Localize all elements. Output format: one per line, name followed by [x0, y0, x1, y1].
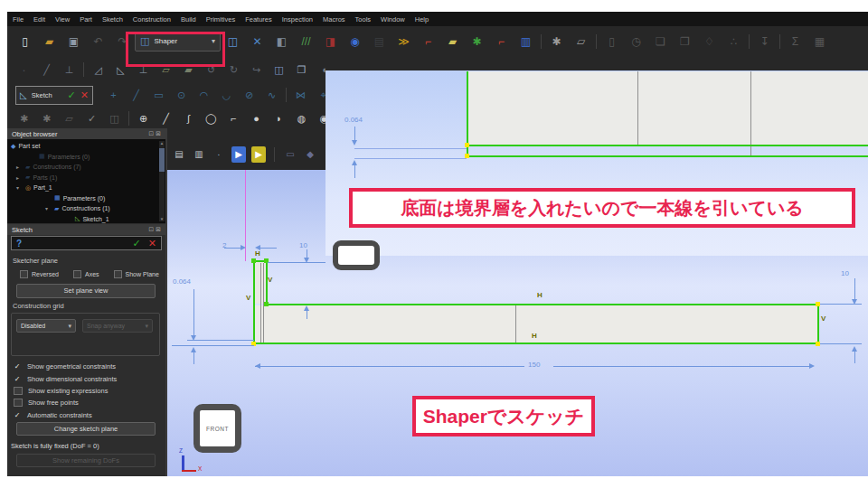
tree-item-constructions[interactable]: ▾ ▰ Constructions (1) [7, 203, 165, 214]
redo-icon[interactable]: ↷ [110, 28, 135, 55]
menu-item[interactable]: Inspection [282, 15, 313, 23]
grid-mode-select[interactable]: Disabled ▾ [16, 319, 76, 333]
sketch-edge-left[interactable] [253, 261, 255, 344]
option-show-geometrical-constraints[interactable]: ✓ Show geometrical constraints [13, 361, 117, 372]
scroll-up-icon[interactable]: ▲ [159, 141, 165, 145]
scatter-icon[interactable]: ∴ [722, 28, 746, 55]
measure-icon[interactable]: ≫ [392, 28, 416, 55]
axis-tool-icon[interactable]: ⊥ [58, 58, 80, 81]
sketch-point[interactable] [264, 302, 269, 306]
dump-view-icon[interactable]: ▤ [172, 146, 186, 163]
sketch-tool-icon[interactable]: ◺ [109, 58, 132, 81]
circle-white-icon[interactable]: ◯ [200, 107, 222, 130]
grid-icon[interactable]: ▤ [367, 28, 392, 55]
workbench-selector[interactable]: ◫ Shaper ▾ [135, 32, 221, 52]
menu-item[interactable]: Help [415, 15, 429, 23]
spline-white-icon[interactable]: ∫ [177, 107, 200, 130]
menu-item[interactable]: Macros [323, 15, 345, 23]
vertical-constraint-label[interactable]: V [268, 276, 272, 284]
sketch-mirror-icon[interactable]: ⋈ [289, 83, 312, 107]
gear-green-icon[interactable]: ✱ [465, 28, 489, 55]
tree-item-parameters-root[interactable]: ▦ Parameters (0) [7, 152, 165, 163]
blob1-icon[interactable]: ● [245, 107, 268, 130]
page-icon[interactable]: ▱ [58, 107, 80, 130]
move-up-icon[interactable]: ❏ [648, 28, 673, 55]
cancel-sketch-icon[interactable]: ✕ [148, 238, 156, 249]
copy-pages-icon[interactable]: ▱ [569, 28, 593, 55]
checkbox-show-plane[interactable]: Show Plane [114, 270, 159, 278]
change-sketch-plane-button[interactable]: Change sketch plane [16, 422, 156, 436]
rotate-left-icon[interactable]: ↺ [200, 58, 222, 81]
option-show-existing-expressions[interactable]: Show existing expressions [13, 385, 117, 397]
option-show-free-points[interactable]: Show free points [13, 397, 117, 408]
tree-item-sketch-1[interactable]: ◺ Sketch_1 [7, 214, 165, 224]
sketch-rectangle-icon[interactable]: ▭ [147, 83, 170, 107]
cursor-select-yellow-icon[interactable]: ▶ [251, 146, 266, 163]
face-tool-icon[interactable]: ▱ [155, 58, 177, 81]
sketch-circle-icon[interactable]: ⊙ [170, 83, 193, 107]
table-icon[interactable]: ▦ [807, 28, 832, 55]
option-automatic-constraints[interactable]: ✓ Automatic constraints [13, 409, 117, 421]
point-select-icon[interactable]: ∙ [212, 146, 226, 163]
menu-item[interactable]: Tools [355, 15, 372, 23]
rgb-axes-icon[interactable]: /// [294, 28, 318, 55]
gear-icon[interactable]: ✱ [13, 107, 35, 130]
copy-shape-icon[interactable]: ❐ [290, 58, 313, 81]
blob2-icon[interactable]: ◗ [268, 107, 290, 130]
history-clock-icon[interactable]: ◷ [624, 28, 648, 55]
menu-item[interactable]: Edit [33, 15, 45, 23]
set-plane-view-button[interactable]: Set plane view [16, 284, 156, 298]
sketch-point[interactable] [251, 258, 256, 263]
tree-scrollbar[interactable]: ▲ ▼ [159, 141, 165, 221]
checkbox-box[interactable] [114, 270, 122, 278]
normal-tool-icon[interactable]: ⊥ [132, 58, 155, 81]
save-icon[interactable]: ▣ [61, 28, 86, 55]
globe-view-icon[interactable]: ◉ [343, 28, 367, 55]
sketch-arc2-icon[interactable]: ◡ [215, 83, 238, 107]
shaper-module-icon[interactable]: ◫ [221, 28, 245, 55]
sketch-inner-line[interactable] [515, 305, 516, 343]
tree-item-parts[interactable]: ▸ ▰ Parts (1) [7, 173, 165, 183]
checkbox-box[interactable]: ✓ [13, 362, 22, 371]
open-folder-icon[interactable]: ▰ [37, 28, 61, 55]
checkbox-box[interactable] [14, 387, 23, 395]
undo-icon[interactable]: ↶ [86, 28, 110, 55]
chart-blue-icon[interactable]: ▥ [514, 28, 538, 55]
apply-icon[interactable]: ✓ [68, 89, 76, 101]
panel-window-icons[interactable]: ⊡ ⊠ [148, 130, 161, 137]
menu-item[interactable]: Construction [133, 15, 171, 23]
shading-icon[interactable]: ◧ [269, 28, 294, 55]
sketch-inner-line[interactable] [260, 263, 261, 343]
menu-item[interactable]: Part [80, 15, 92, 23]
move-down-icon[interactable]: ❐ [673, 28, 697, 55]
menu-item[interactable]: File [13, 15, 24, 23]
sketch-point-icon[interactable]: + [102, 83, 125, 107]
checkbox-box[interactable] [14, 399, 23, 407]
option-show-dimensional-constraints[interactable]: ✓ Show dimensional constraints [13, 372, 117, 384]
sketch-edge-bottom[interactable] [253, 343, 819, 344]
menu-item[interactable]: View [55, 15, 70, 23]
menu-item[interactable]: Primitives [206, 15, 236, 23]
sketch-spline-icon[interactable]: ∿ [260, 83, 283, 107]
sum-icon[interactable]: Σ [783, 28, 807, 55]
sketch-edge-top[interactable] [266, 304, 818, 305]
checkbox-box[interactable] [20, 270, 28, 278]
scroll-down-icon[interactable]: ▼ [159, 217, 165, 221]
show-remaining-dofs-button[interactable]: Show remaining DoFs [16, 454, 156, 467]
checkbox-box[interactable]: ✓ [13, 411, 22, 419]
horizontal-constraint-label[interactable]: H [532, 332, 537, 340]
settings-gear-icon[interactable]: ✱ [544, 28, 569, 55]
tree-item-part-set[interactable]: ◆ Part set [7, 141, 165, 152]
rotate-right-icon[interactable]: ↻ [222, 58, 245, 81]
tree-expand-icon[interactable]: ▾ [45, 205, 52, 211]
panel-icon[interactable]: ◫ [103, 107, 126, 130]
tree-expand-icon[interactable]: ▸ [16, 174, 23, 181]
check-icon[interactable]: ✓ [80, 107, 103, 130]
partition-icon[interactable]: ◫ [268, 58, 290, 81]
sketch-arc-icon[interactable]: ◠ [193, 83, 215, 107]
export-icon[interactable]: ↧ [752, 28, 777, 55]
copy-view-icon[interactable]: ▥ [192, 146, 206, 163]
solid-tool-icon[interactable]: ▰ [177, 58, 200, 81]
new-file-icon[interactable]: ▯ [13, 28, 37, 55]
redirect-icon[interactable]: ↪ [245, 58, 268, 81]
